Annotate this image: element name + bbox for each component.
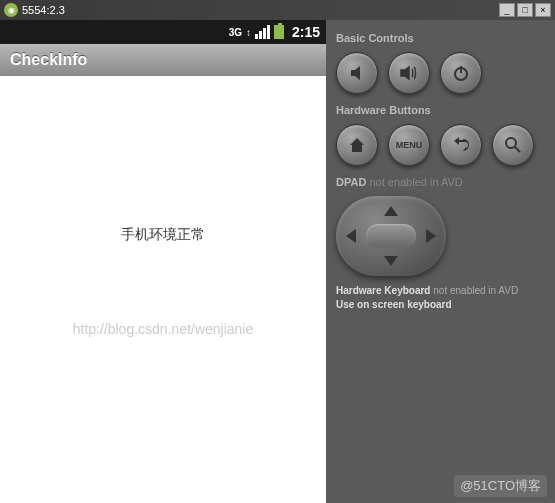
dpad-up[interactable] [384, 206, 398, 216]
svg-line-3 [515, 147, 520, 152]
emulator-controls: Basic Controls Hardware Buttons MENU DPA… [326, 20, 555, 503]
clock: 2:15 [292, 24, 320, 40]
dpad-left[interactable] [346, 229, 356, 243]
dpad-control [336, 196, 446, 276]
menu-button[interactable]: MENU [388, 124, 430, 166]
data-arrows-icon: ↕ [246, 27, 251, 38]
window-title: 5554:2.3 [22, 4, 65, 16]
keyboard-section: Hardware Keyboard not enabled in AVD Use… [336, 284, 545, 312]
search-button[interactable] [492, 124, 534, 166]
signal-icon [255, 25, 270, 39]
app-title: CheckInfo [10, 51, 87, 69]
volume-up-button[interactable] [388, 52, 430, 94]
network-icon: 3G [229, 27, 242, 38]
watermark-text: http://blog.csdn.net/wenjianie [73, 321, 254, 337]
close-button[interactable]: × [535, 3, 551, 17]
app-title-bar: CheckInfo [0, 44, 326, 76]
svg-point-2 [506, 138, 516, 148]
dpad-note: not enabled in AVD [369, 176, 462, 188]
window-titlebar: ◉ 5554:2.3 _ □ × [0, 0, 555, 20]
hardware-buttons-label: Hardware Buttons [336, 104, 545, 116]
dpad-down[interactable] [384, 256, 398, 266]
dpad-right[interactable] [426, 229, 436, 243]
status-bar: 3G ↕ 2:15 [0, 20, 326, 44]
main-container: 3G ↕ 2:15 CheckInfo 手机环境正常 http://blog.c… [0, 20, 555, 503]
keyboard-note: not enabled in AVD [433, 285, 518, 296]
dpad-center[interactable] [366, 224, 416, 248]
android-icon: ◉ [4, 3, 18, 17]
phone-screen: 3G ↕ 2:15 CheckInfo 手机环境正常 http://blog.c… [0, 20, 326, 503]
status-message: 手机环境正常 [121, 226, 205, 244]
app-content: 手机环境正常 http://blog.csdn.net/wenjianie [0, 76, 326, 503]
basic-controls-label: Basic Controls [336, 32, 545, 44]
keyboard-hint: Use on screen keyboard [336, 299, 452, 310]
brand-watermark: @51CTO博客 [454, 475, 547, 497]
maximize-button[interactable]: □ [517, 3, 533, 17]
power-button[interactable] [440, 52, 482, 94]
dpad-label: DPAD not enabled in AVD [336, 176, 545, 188]
minimize-button[interactable]: _ [499, 3, 515, 17]
home-button[interactable] [336, 124, 378, 166]
dpad-title: DPAD [336, 176, 366, 188]
volume-down-button[interactable] [336, 52, 378, 94]
keyboard-label: Hardware Keyboard [336, 285, 430, 296]
back-button[interactable] [440, 124, 482, 166]
battery-icon [274, 25, 284, 39]
